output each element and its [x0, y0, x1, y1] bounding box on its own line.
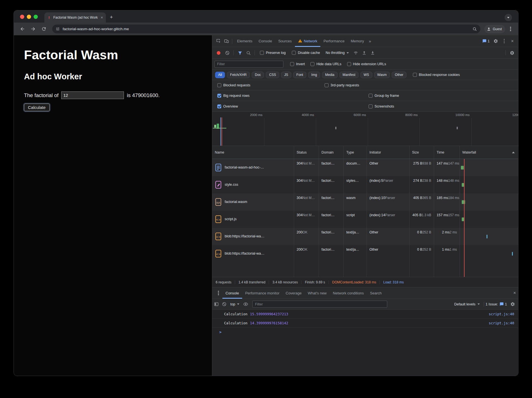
forward-button[interactable] [29, 25, 38, 34]
back-button[interactable] [18, 25, 27, 34]
devtools-menu-icon[interactable] [500, 37, 508, 45]
initiator-link[interactable]: (index):10 [369, 196, 385, 200]
table-row[interactable]: factorial.wasm 304Not M… factori… wasm (… [212, 193, 518, 211]
network-settings-gear-icon[interactable] [508, 49, 516, 57]
preserve-log-checkbox[interactable]: Preserve log [260, 51, 286, 55]
console-settings-gear-icon[interactable] [509, 300, 516, 308]
clear-icon[interactable] [223, 49, 231, 57]
source-link[interactable]: script.js:40 [489, 312, 514, 316]
blocked-requests-checkbox[interactable]: Blocked requests [217, 83, 250, 87]
chip-wasm[interactable]: Wasm [374, 72, 390, 78]
tab-performance[interactable]: Performance [320, 35, 347, 47]
chip-ws[interactable]: WS [360, 72, 372, 78]
table-row[interactable]: style.css 304Not M… factori… styles… (in… [212, 176, 518, 193]
calculate-button[interactable]: Calculate [24, 104, 50, 111]
settings-gear-icon[interactable] [492, 37, 500, 45]
tab-network[interactable]: Network [295, 35, 321, 47]
clear-console-icon[interactable] [220, 300, 228, 308]
tab-search-button[interactable] [505, 14, 512, 21]
table-row[interactable]: script.js 304Not M… factori… script (ind… [212, 211, 518, 228]
hide-data-urls-checkbox[interactable]: Hide data URLs [310, 62, 341, 66]
table-row[interactable]: factorial-wasm-ad-hoc-… 304Not M… factor… [212, 159, 518, 176]
column-header-size[interactable]: Size [410, 146, 434, 159]
chip-js[interactable]: JS [281, 72, 291, 78]
close-drawer-button[interactable]: × [511, 290, 518, 296]
zoom-window-button[interactable] [34, 15, 38, 19]
inspect-element-icon[interactable] [214, 37, 222, 45]
tab-close-icon[interactable]: × [101, 15, 103, 20]
hide-extension-urls-checkbox[interactable]: Hide extension URLs [347, 62, 386, 66]
chip-media[interactable]: Media [322, 72, 338, 78]
import-har-icon[interactable] [360, 49, 368, 57]
log-levels-dropdown[interactable]: Default levels [452, 302, 482, 306]
factorial-input[interactable] [61, 91, 124, 99]
filter-icon[interactable] [236, 49, 244, 57]
drawer-tab-network-conditions[interactable]: Network conditions [330, 287, 367, 299]
new-tab-button[interactable]: + [110, 14, 113, 20]
column-header-type[interactable]: Type [344, 146, 367, 159]
search-icon[interactable] [244, 49, 252, 57]
export-har-icon[interactable] [369, 49, 376, 57]
chip-doc[interactable]: Doc [252, 72, 264, 78]
close-window-button[interactable] [20, 15, 24, 19]
invert-checkbox[interactable]: Invert [290, 62, 305, 66]
chip-font[interactable]: Font [293, 72, 306, 78]
initiator-link[interactable]: (index):5 [369, 179, 383, 183]
tab-memory[interactable]: Memory [348, 35, 367, 47]
column-header-domain[interactable]: Domain [319, 146, 344, 159]
throttling-dropdown[interactable]: No throttling [323, 51, 351, 55]
column-header-time[interactable]: Time [434, 146, 460, 159]
device-toolbar-icon[interactable] [222, 37, 230, 45]
group-by-frame-checkbox[interactable]: Group by frame [369, 94, 399, 98]
console-sidebar-icon[interactable] [212, 300, 220, 308]
network-conditions-icon[interactable] [352, 49, 360, 57]
record-icon[interactable] [217, 51, 220, 55]
overview-checkbox[interactable]: Overview [217, 104, 238, 108]
chip-manifest[interactable]: Manifest [340, 72, 358, 78]
network-overview-timeline[interactable]: 2000 ms 4000 ms 6000 ms 8000 ms 10000 ms… [212, 112, 518, 146]
console-filter-input[interactable] [252, 301, 387, 308]
context-selector[interactable]: top [228, 302, 242, 306]
chip-other[interactable]: Other [392, 72, 406, 78]
console-log-row[interactable]: Calculation 14.399999976158142 script.js… [212, 319, 518, 328]
drawer-tab-performance-monitor[interactable]: Performance monitor [242, 287, 283, 299]
tab-elements[interactable]: Elements [234, 35, 255, 47]
tab-console[interactable]: Console [255, 35, 275, 47]
browser-tab[interactable]: Factorial Wasm (ad hoc Work × [44, 12, 106, 23]
minimize-window-button[interactable] [27, 15, 31, 19]
zoom-icon[interactable] [472, 27, 477, 31]
screenshots-checkbox[interactable]: Screenshots [369, 104, 394, 108]
third-party-requests-checkbox[interactable]: 3rd-party requests [325, 83, 359, 87]
disable-cache-checkbox[interactable]: Disable cache [292, 51, 320, 55]
table-row[interactable]: blob:https://factorial-wa… 200OK factori… [212, 245, 518, 262]
chip-fetch-xhr[interactable]: Fetch/XHR [227, 72, 250, 78]
network-filter-input[interactable] [214, 61, 283, 68]
console-prompt[interactable]: > [212, 328, 518, 336]
live-expression-eye-icon[interactable] [242, 300, 249, 308]
issues-badge[interactable]: 1 [481, 39, 491, 43]
column-header-waterfall[interactable]: Waterfall [460, 146, 518, 159]
address-bar[interactable]: factorial-wasm-ad-hoc-worker.glitch.me [52, 25, 480, 33]
source-link[interactable]: script.js:40 [489, 321, 514, 325]
console-log-row[interactable]: Calculation 15.599999964237213 script.js… [212, 310, 518, 319]
drawer-tab-console[interactable]: Console [222, 287, 242, 299]
initiator-link[interactable]: (index):14 [369, 213, 385, 217]
drawer-menu-icon[interactable] [214, 289, 222, 297]
profile-button[interactable]: Guest [484, 25, 505, 33]
column-header-status[interactable]: Status [294, 146, 319, 159]
column-header-initiator[interactable]: Initiator [367, 146, 410, 159]
drawer-tab-search[interactable]: Search [367, 287, 385, 299]
tab-sources[interactable]: Sources [275, 35, 295, 47]
drawer-tab-whats-new[interactable]: What's new [305, 287, 330, 299]
chip-img[interactable]: Img [308, 72, 320, 78]
chip-all[interactable]: All [215, 72, 225, 78]
site-settings-icon[interactable] [56, 27, 60, 31]
close-devtools-button[interactable]: × [509, 39, 516, 44]
more-tabs-icon[interactable]: » [367, 39, 373, 43]
browser-menu-button[interactable] [507, 29, 514, 30]
big-request-rows-checkbox[interactable]: Big request rows [217, 94, 249, 98]
drawer-tab-coverage[interactable]: Coverage [283, 287, 305, 299]
blocked-response-cookies-checkbox[interactable]: Blocked response cookies [413, 73, 460, 77]
reload-button[interactable] [39, 25, 48, 34]
table-row[interactable]: blob:https://factorial-wa… 200OK factori… [212, 228, 518, 245]
